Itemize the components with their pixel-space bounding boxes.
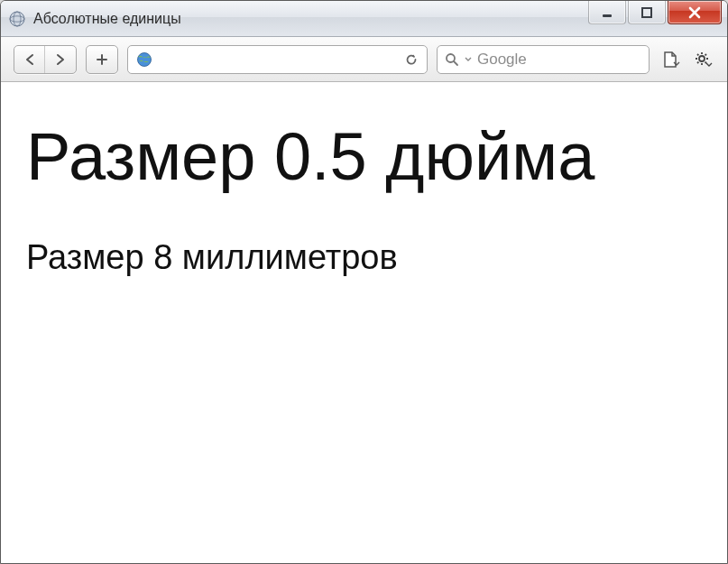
reload-icon [404,52,419,67]
titlebar: Абсолютные единицы [1,1,727,37]
maximize-button[interactable] [628,1,666,24]
window-title: Абсолютные единицы [33,11,588,27]
close-icon [687,5,702,20]
search-bar[interactable]: Google [437,45,650,74]
heading-large: Размер 0.5 дюйма [26,118,702,195]
globe-icon [135,51,153,69]
svg-rect-2 [603,14,612,17]
plus-icon [96,53,108,66]
favicon-icon [8,10,26,28]
svg-rect-3 [642,8,651,17]
svg-point-6 [699,56,705,61]
nav-buttons [14,45,77,74]
minimize-button[interactable] [588,1,626,24]
svg-point-4 [138,52,152,66]
reload-button[interactable] [403,51,419,68]
new-tab-button[interactable] [87,46,117,73]
search-placeholder: Google [477,51,527,69]
minimize-icon [601,6,613,19]
back-icon [24,53,35,66]
chevron-down-icon [465,55,472,64]
browser-window: Абсолютные единицы [0,0,728,564]
close-button[interactable] [668,1,722,24]
svg-point-0 [10,12,24,26]
toolbar: Google [1,37,727,82]
forward-button[interactable] [45,46,76,73]
page-menu-button[interactable] [659,45,682,74]
settings-menu-button[interactable] [691,45,714,74]
heading-small: Размер 8 миллиметров [26,238,702,277]
forward-icon [55,53,66,66]
maximize-icon [640,6,653,19]
url-bar[interactable] [127,45,428,74]
search-icon [445,52,459,67]
back-button[interactable] [14,46,45,73]
new-tab-group [86,45,118,74]
page-icon [660,50,680,69]
page-content: Размер 0.5 дюйма Размер 8 миллиметров [1,82,727,563]
window-controls [588,1,727,36]
gear-icon [693,50,713,69]
